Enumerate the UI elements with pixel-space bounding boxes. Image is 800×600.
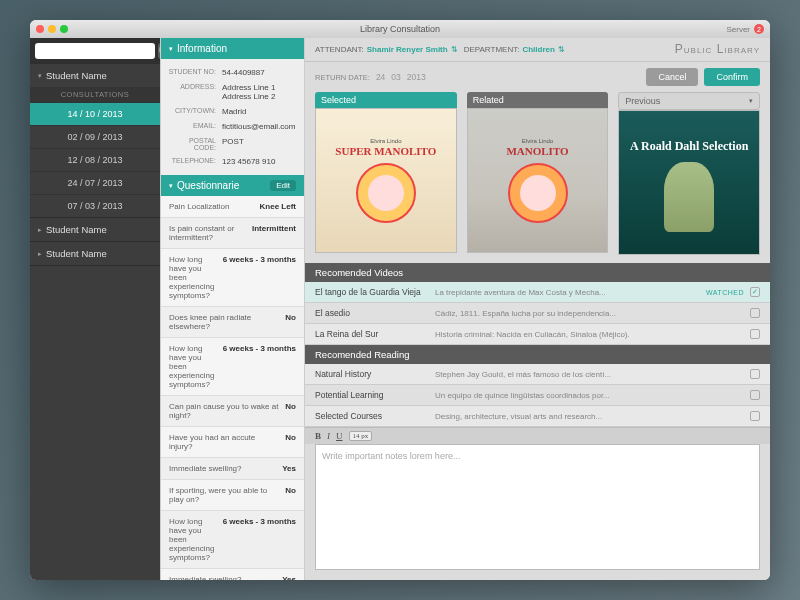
attendant-label: ATTENDANT: bbox=[315, 45, 364, 54]
return-date-label: RETURN DATE: bbox=[315, 73, 370, 82]
video-checkbox[interactable]: ✓ bbox=[750, 287, 760, 297]
reading-title: Potential Learning bbox=[315, 390, 435, 400]
info-value: 54-4409887 bbox=[222, 68, 298, 77]
topbar: ATTENDANT: Shamir Renyer Smith⇅ DEPARTME… bbox=[305, 38, 770, 62]
book-author: Elvira Lindo bbox=[370, 138, 401, 144]
reading-checkbox[interactable] bbox=[750, 369, 760, 379]
questionnaire-row: Immediate swelling?Yes bbox=[161, 458, 304, 480]
question-text: Can pain cause you to wake at night? bbox=[169, 402, 285, 420]
answer-text: Yes bbox=[282, 575, 296, 580]
answer-text: 6 weeks - 3 months bbox=[223, 255, 296, 300]
answer-text: No bbox=[285, 486, 296, 504]
video-title: El asedio bbox=[315, 308, 435, 318]
book-cover[interactable]: A Roald Dahl Selection bbox=[618, 110, 760, 255]
reading-header: Recomended Reading bbox=[305, 345, 770, 364]
attendant-value[interactable]: Shamir Renyer Smith bbox=[367, 45, 448, 54]
cover-header-previous-dropdown[interactable]: Previous ▾ bbox=[618, 92, 760, 110]
sidebar-group-header[interactable]: Student Name bbox=[30, 64, 160, 87]
answer-text: 6 weeks - 3 months bbox=[223, 344, 296, 389]
reading-desc: Stephen Jay Gould, el más famoso de los … bbox=[435, 370, 750, 379]
search-input[interactable] bbox=[35, 43, 155, 59]
reading-desc: Desing, architecture, visual arts and re… bbox=[435, 412, 750, 421]
questionnaire-row: Can pain cause you to wake at night?No bbox=[161, 396, 304, 427]
sidebar-item[interactable]: 24 / 07 / 2013 bbox=[30, 171, 160, 194]
cover-header-related: Related bbox=[467, 92, 609, 108]
return-date-day[interactable]: 24 bbox=[376, 72, 385, 82]
department-value[interactable]: Children bbox=[522, 45, 554, 54]
info-label: Email: bbox=[167, 122, 222, 131]
return-date-month[interactable]: 03 bbox=[391, 72, 400, 82]
sidebar: 🔍 Student Name CONSULTATIONS 14 / 10 / 2… bbox=[30, 38, 160, 580]
sidebar-group-header[interactable]: Student Name bbox=[30, 242, 160, 265]
questionnaire-row: How long have you been experiencing symp… bbox=[161, 249, 304, 307]
reading-row[interactable]: Potential LearningUn equipo de quince li… bbox=[305, 385, 770, 406]
info-label: Postal Code: bbox=[167, 137, 222, 151]
answer-text: Yes bbox=[282, 464, 296, 473]
video-row[interactable]: El tango de la Guardia ViejaLa trepidant… bbox=[305, 282, 770, 303]
reading-title: Selected Courses bbox=[315, 411, 435, 421]
info-header[interactable]: Information bbox=[161, 38, 304, 59]
sidebar-item[interactable]: 07 / 03 / 2013 bbox=[30, 194, 160, 217]
questionnaire-row: Pain LocalizationKnee Left bbox=[161, 196, 304, 218]
questionnaire-row: Immediate swelling?Yes bbox=[161, 569, 304, 580]
sidebar-group-header[interactable]: Student Name bbox=[30, 218, 160, 241]
cover-illustration-icon bbox=[664, 162, 714, 232]
video-row[interactable]: El asedioCádiz, 1811. España lucha por s… bbox=[305, 303, 770, 324]
question-text: Does knee pain radiate elsewhere? bbox=[169, 313, 285, 331]
return-date-year[interactable]: 2013 bbox=[407, 72, 426, 82]
questionnaire-row: Does knee pain radiate elsewhere?No bbox=[161, 307, 304, 338]
reading-row[interactable]: Selected CoursesDesing, architecture, vi… bbox=[305, 406, 770, 427]
cover-illustration-icon bbox=[508, 163, 568, 223]
sort-icon[interactable]: ⇅ bbox=[451, 45, 458, 54]
edit-button[interactable]: Edit bbox=[270, 180, 296, 191]
video-checkbox[interactable] bbox=[750, 308, 760, 318]
italic-button[interactable]: I bbox=[327, 431, 330, 441]
book-title: SUPER MANOLITO bbox=[335, 146, 436, 157]
sidebar-subheader: CONSULTATIONS bbox=[30, 87, 160, 102]
cancel-button[interactable]: Cancel bbox=[646, 68, 698, 86]
questionnaire-row: How long have you been experiencing symp… bbox=[161, 338, 304, 396]
question-text: Immediate swelling? bbox=[169, 575, 282, 580]
info-label: Student No: bbox=[167, 68, 222, 77]
video-checkbox[interactable] bbox=[750, 329, 760, 339]
answer-text: Knee Left bbox=[260, 202, 296, 211]
fontsize-select[interactable]: 14 px bbox=[349, 431, 373, 441]
reading-title: Natural History bbox=[315, 369, 435, 379]
answer-text: No bbox=[285, 402, 296, 420]
question-text: Pain Localization bbox=[169, 202, 260, 211]
bold-button[interactable]: B bbox=[315, 431, 321, 441]
answer-text: No bbox=[285, 433, 296, 451]
question-text: How long have you been experiencing symp… bbox=[169, 255, 223, 300]
question-text: If sporting, were you able to play on? bbox=[169, 486, 285, 504]
info-value: Madrid bbox=[222, 107, 298, 116]
question-text: Is pain constant or intermittent? bbox=[169, 224, 252, 242]
sidebar-item[interactable]: 14 / 10 / 2013 bbox=[30, 102, 160, 125]
book-cover[interactable]: Elvira Lindo SUPER MANOLITO bbox=[315, 108, 457, 253]
video-desc: Cádiz, 1811. España lucha por su indepen… bbox=[435, 309, 744, 318]
brand-label: Public Library bbox=[675, 42, 760, 57]
notes-editor[interactable]: Write important notes lorem here... bbox=[315, 444, 760, 570]
sidebar-item[interactable]: 02 / 09 / 2013 bbox=[30, 125, 160, 148]
underline-button[interactable]: U bbox=[336, 431, 343, 441]
department-label: DEPARTMENT: bbox=[464, 45, 520, 54]
sidebar-item[interactable]: 12 / 08 / 2013 bbox=[30, 148, 160, 171]
info-label: City/Town: bbox=[167, 107, 222, 116]
questionnaire-row: How long have you been experiencing symp… bbox=[161, 511, 304, 569]
info-value: fictitious@email.com bbox=[222, 122, 298, 131]
cover-illustration-icon bbox=[356, 163, 416, 223]
video-status: WATCHED bbox=[706, 289, 744, 296]
sort-icon[interactable]: ⇅ bbox=[558, 45, 565, 54]
video-row[interactable]: La Reina del SurHistoria criminal: Nacid… bbox=[305, 324, 770, 345]
book-cover[interactable]: Elvira Lindo MANOLITO bbox=[467, 108, 609, 253]
question-text: Have you had an accute injury? bbox=[169, 433, 285, 451]
info-value: Address Line 1 Address Line 2 bbox=[222, 83, 298, 101]
titlebar: Library Consultation Server 2 bbox=[30, 20, 770, 38]
questionnaire-header[interactable]: Questionnarie Edit bbox=[161, 175, 304, 196]
confirm-button[interactable]: Confirm bbox=[704, 68, 760, 86]
reading-checkbox[interactable] bbox=[750, 411, 760, 421]
reading-row[interactable]: Natural HistoryStephen Jay Gould, el más… bbox=[305, 364, 770, 385]
questionnaire-row: Is pain constant or intermittent?Intermi… bbox=[161, 218, 304, 249]
info-value: POST bbox=[222, 137, 298, 151]
reading-checkbox[interactable] bbox=[750, 390, 760, 400]
question-text: How long have you been experiencing symp… bbox=[169, 517, 223, 562]
